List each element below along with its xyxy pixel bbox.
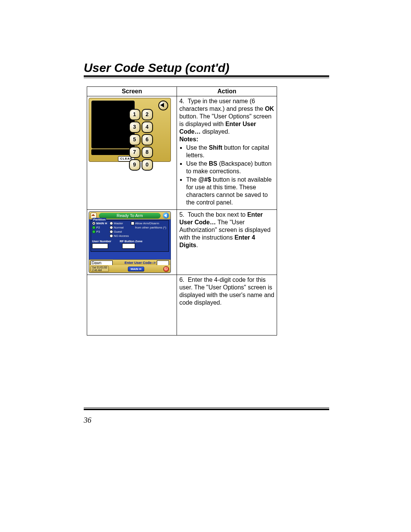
level-guest: Guest (114, 230, 122, 233)
rule-thin (84, 407, 329, 408)
allow-arm-disarm: Allow Arm/Disarm (135, 222, 159, 225)
user-number-label: User Number (92, 240, 111, 243)
back-arrow-icon[interactable] (158, 101, 168, 110)
partition-p3: P3 (96, 230, 100, 233)
shift-label: Shift (209, 144, 223, 151)
datetime-badge: Sat 01/01/00 2:46 AM (91, 266, 109, 272)
screen-cell-user-auth: Ready To Arm Partition MAIN H P2 P3 (87, 210, 177, 275)
date-text: Sat 01/01/00 (92, 266, 107, 269)
text: Use the (186, 160, 209, 167)
step-number: 5. (179, 211, 184, 218)
partition-group: Partition MAIN H P2 P3 Master Normal (91, 220, 169, 252)
action-cell-6: 6. Enter the 4-digit code for this user.… (177, 275, 277, 335)
text: Type in the user name (6 characters max.… (179, 98, 265, 112)
text: . (196, 242, 198, 248)
step-number: 6. (179, 276, 184, 283)
user-number-row: User Number RF Button Zone (92, 240, 167, 250)
header-screen: Screen (87, 87, 177, 96)
manual-page: User Code Setup (cont'd) Screen Action C… (0, 0, 411, 532)
text: displayed. (201, 128, 230, 135)
instruction-table: Screen Action CLEAR 1 2 3 4 5 (87, 86, 277, 335)
status-dot-icon[interactable] (92, 230, 96, 233)
title-rule-thick (84, 75, 329, 77)
key-3[interactable]: 3 (129, 121, 140, 133)
status-dot-icon[interactable] (92, 226, 96, 229)
key-9[interactable]: 9 (129, 159, 140, 171)
screen-cell-keypad: CLEAR 1 2 3 4 5 6 7 8 9 0 (87, 96, 177, 210)
level-col: Master Normal Guest NO Access (110, 221, 131, 238)
allow-from-other: from other partitions (*) (135, 226, 166, 229)
note-item: Use the BS (Backspace) button to make co… (186, 160, 274, 175)
level-noaccess: NO Access (114, 234, 129, 238)
text: Touch the box next to (188, 211, 247, 218)
keypad-keys: 1 2 3 4 5 6 7 8 9 0 (124, 109, 158, 171)
level-master: Master (114, 222, 123, 225)
page-number: 36 (84, 416, 91, 425)
panic-icon[interactable] (163, 266, 169, 272)
rf-zone-label: RF Button Zone (119, 240, 142, 243)
text: Enter the 4-digit code for this user. Th… (179, 276, 274, 306)
symbols-label: @#$ (198, 176, 211, 183)
key-4[interactable]: 4 (142, 121, 153, 133)
partition-col: MAIN H P2 P3 (92, 221, 110, 238)
key-2[interactable]: 2 (142, 109, 153, 120)
text: Use the (186, 144, 209, 151)
radio-icon[interactable] (110, 234, 113, 238)
note-item: Use the Shift button for capital letters… (186, 144, 274, 159)
action-cell-4: 4. Type in the user name (6 characters m… (177, 96, 277, 210)
radio-icon[interactable] (110, 230, 113, 233)
rule-thick (84, 409, 329, 410)
main-partition-button[interactable]: MAIN H (128, 267, 144, 272)
user-auth-panel: Ready To Arm Partition MAIN H P2 P3 (89, 211, 171, 273)
key-8[interactable]: 8 (142, 147, 153, 158)
notes-list: Use the Shift button for capital letters… (179, 144, 274, 206)
radio-icon[interactable] (110, 222, 113, 225)
ua-body: Partition MAIN H P2 P3 Master Normal (89, 219, 170, 260)
user-number-input[interactable] (92, 243, 108, 249)
key-6[interactable]: 6 (142, 134, 153, 145)
bs-label: BS (209, 160, 217, 167)
partition-p2: P2 (96, 226, 100, 229)
back-icon[interactable] (163, 212, 169, 219)
notes-label: Notes: (179, 136, 198, 142)
key-1[interactable]: 1 (129, 109, 140, 120)
level-normal: Normal (114, 226, 124, 229)
ua-bottom-bar: Sat 01/01/00 2:46 AM MAIN H (89, 265, 170, 273)
ready-to-arm-pill[interactable]: Ready To Arm (99, 213, 161, 219)
partition-main: MAIN H (96, 222, 107, 225)
ok-label: OK (265, 105, 274, 112)
rf-zone-input[interactable] (122, 243, 135, 249)
note-item: The @#$ button is not available for use … (186, 176, 274, 206)
table-header-row: Screen Action (87, 87, 277, 96)
table-row: Ready To Arm Partition MAIN H P2 P3 (87, 210, 277, 275)
partition-title: Partition (92, 218, 106, 222)
radio-icon[interactable] (92, 222, 96, 225)
table-row: 6. Enter the 4-digit code for this user.… (87, 275, 277, 335)
action-cell-5: 5. Touch the box next to Enter User Code… (177, 210, 277, 275)
allow-col: Allow Arm/Disarm from other partitions (… (131, 221, 161, 238)
text: The (186, 176, 198, 183)
key-7[interactable]: 7 (129, 147, 140, 158)
radio-icon[interactable] (110, 226, 113, 229)
key-5[interactable]: 5 (129, 134, 140, 145)
step-number: 4. (179, 98, 184, 104)
time-text: 2:46 AM (92, 269, 107, 272)
enter-user-code-label: Enter User Code--> (124, 261, 156, 265)
screen-cell-empty (87, 275, 177, 335)
keypad-panel: CLEAR 1 2 3 4 5 6 7 8 9 0 (89, 98, 171, 162)
table-row: CLEAR 1 2 3 4 5 6 7 8 9 0 4 (87, 96, 277, 210)
key-0[interactable]: 0 (142, 159, 153, 171)
checkbox-icon[interactable] (131, 222, 134, 225)
title-rule-thin (84, 78, 329, 78)
header-action: Action (177, 87, 277, 96)
bottom-rule (84, 407, 329, 413)
section-title: User Code Setup (cont'd) (84, 61, 329, 75)
